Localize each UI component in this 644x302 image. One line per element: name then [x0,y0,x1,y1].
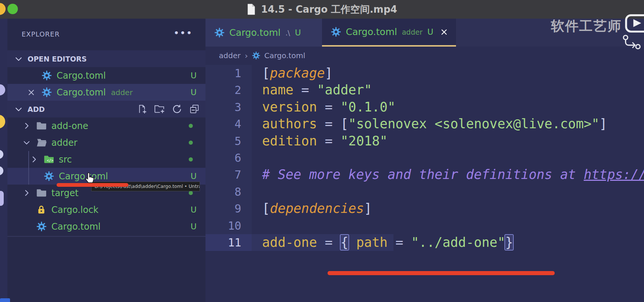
code-token: dependencies [270,201,364,216]
open-editors-section-header[interactable]: OPEN EDITORS [7,50,205,67]
editor-tab-2[interactable]: Cargo.tomladderU [322,19,456,47]
code-token: "solenovex <solenovex@live.com>" [348,116,599,131]
git-status-badge: U [191,71,197,80]
traffic-light-minimize-button[interactable] [0,3,6,15]
code-token: = [395,235,411,250]
code-token: edition [262,133,317,148]
chevron-down-icon [14,105,23,114]
file-name: Cargo.toml [57,87,106,98]
code-token: = [317,235,341,250]
code-token: ] [325,66,333,81]
git-status-badge: U [191,88,197,97]
gear-icon [44,171,59,181]
traffic-light-zoom-button[interactable] [7,4,18,14]
tree-item-adder[interactable]: adder [7,134,205,151]
chevron-right-icon[interactable] [22,189,36,197]
indent-guide [28,151,29,185]
line-number: 1 [205,65,252,82]
code-line-3[interactable]: 3version = "0.1.0" [205,99,644,116]
open-editor-item[interactable]: Cargo.tomladderU [7,84,205,101]
partial-ui-element [0,298,10,302]
code-line-11[interactable]: 11add-one = { path = "../add-one"} [205,234,644,251]
open-editor-item[interactable]: Cargo.tomlU [7,67,205,84]
cursor-hand-icon [84,172,96,186]
tree-item-label: adder [51,138,77,148]
new-file-icon[interactable] [137,104,147,114]
line-number: 4 [205,116,252,132]
breadcrumb-file[interactable]: Cargo.toml [264,51,305,60]
folder-section-header[interactable]: ADD [7,101,205,117]
code-text [252,217,262,234]
code-line-4[interactable]: 4authors = ["solenovex <solenovex@live.c… [205,116,644,132]
code-token: } [505,235,513,250]
chevron-down-icon[interactable] [22,138,36,147]
tree-item-label: src [59,154,72,165]
tab-file-name: Cargo.toml [346,26,397,37]
code-text: [dependencies] [252,200,372,217]
code-line-8[interactable]: 8 [205,183,644,200]
explorer-sidebar: EXPLORER ••• OPEN EDITORS Cargo.tomlUCar… [7,19,205,302]
explorer-title: EXPLORER [22,30,60,38]
gear-icon [36,221,51,232]
close-icon[interactable] [440,28,449,37]
video-frame: 14.5 - Cargo 工作空间.mp4 EXPLORER ••• OPEN … [0,0,644,302]
code-token: [ [262,201,270,216]
new-folder-icon[interactable] [154,104,165,114]
breadcrumb[interactable]: adder › Cargo.toml [205,47,305,65]
editor-tab-1[interactable]: Cargo.toml.\U [205,19,322,47]
tree-item-add-one[interactable]: add-one [7,117,205,134]
collapse-all-icon[interactable] [189,104,200,114]
lock-icon [36,205,51,215]
refresh-icon[interactable] [172,104,182,114]
git-status-badge: U [191,172,197,181]
code-token: { [341,235,348,250]
close-icon[interactable] [27,88,42,97]
watermark-text: 软件工艺师 [551,17,622,35]
tree-item-cargo-toml[interactable]: Cargo.tomlU [7,218,205,235]
code-line-9[interactable]: 9[dependencies] [205,200,644,217]
git-modified-dot [189,157,193,161]
code-token: name [262,82,293,97]
breadcrumb-separator-icon: › [245,51,248,60]
code-text [252,150,262,166]
tree-item-cargo-lock[interactable]: Cargo.lockU [7,201,205,218]
gear-icon [331,27,341,37]
partial-icon [0,115,5,128]
git-branch-icon [622,33,644,52]
code-editor[interactable]: 1[package]2name = "adder"3version = "0.1… [205,65,644,251]
breadcrumb-folder[interactable]: adder [219,51,240,60]
git-modified-dot [189,191,193,195]
tree-item-label: add-one [51,121,88,131]
git-status-badge: U [191,205,197,214]
tree-item-src[interactable]: </>src [7,151,205,168]
tab-hint: .\ [286,29,290,37]
code-token: add-one [262,235,317,250]
code-text: [package] [252,65,333,82]
git-status-badge: U [295,28,301,37]
code-token: = [293,82,317,97]
more-actions-icon[interactable]: ••• [174,28,193,38]
git-modified-dot [189,141,193,145]
folder-section-label: ADD [28,105,45,113]
tree-item-label: Cargo.toml [51,221,101,232]
code-token: [ [262,66,270,81]
tree-item-label: Cargo.lock [51,205,98,215]
line-number: 10 [205,217,252,234]
chevron-right-icon[interactable] [22,122,36,130]
code-line-6[interactable]: 6 [205,150,644,166]
code-line-10[interactable]: 10 [205,217,644,234]
titlebar: 14.5 - Cargo 工作空间.mp4 [0,0,644,19]
code-line-2[interactable]: 2name = "adder" [205,82,644,98]
line-number: 11 [205,234,252,251]
code-token: [ [341,116,348,131]
line-number: 6 [205,150,252,166]
code-line-7[interactable]: 7# See more keys and their definitions a… [205,166,644,183]
file-name: Cargo.toml [57,70,106,81]
code-token: ] [364,201,372,216]
chevron-down-icon [14,54,23,63]
partial-icon [0,84,5,95]
code-line-5[interactable]: 5edition = "2018" [205,133,644,150]
chevron-right-icon[interactable] [30,155,44,164]
code-line-1[interactable]: 1[package] [205,65,644,82]
tab-file-name: Cargo.toml [229,27,281,38]
